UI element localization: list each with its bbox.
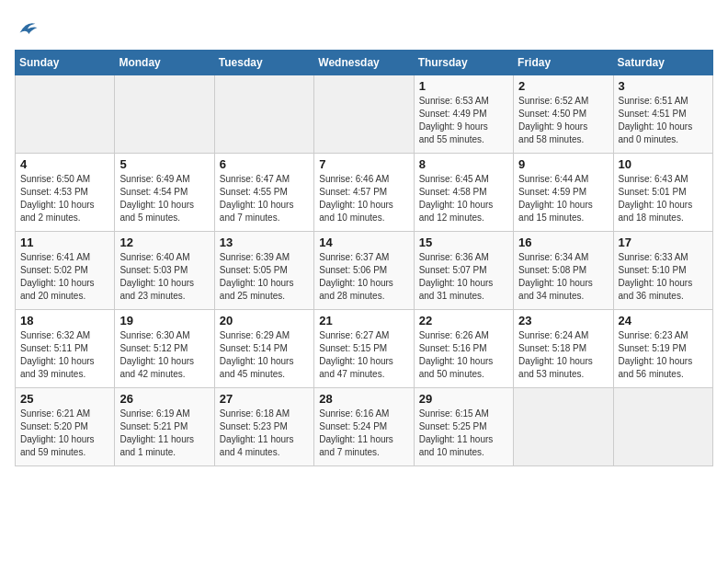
calendar-cell: 10Sunrise: 6:43 AM Sunset: 5:01 PM Dayli… (613, 154, 712, 232)
weekday-header-monday: Monday (115, 51, 214, 75)
day-number: 7 (319, 157, 408, 171)
day-number: 27 (220, 392, 309, 406)
day-number: 26 (119, 392, 209, 406)
day-info: Sunrise: 6:26 AM Sunset: 5:16 PM Dayligh… (419, 329, 508, 381)
calendar-cell: 28Sunrise: 6:16 AM Sunset: 5:24 PM Dayli… (314, 388, 414, 466)
calendar-cell: 20Sunrise: 6:29 AM Sunset: 5:14 PM Dayli… (214, 310, 313, 388)
day-number: 11 (20, 236, 109, 249)
week-row-4: 18Sunrise: 6:32 AM Sunset: 5:11 PM Dayli… (16, 310, 713, 388)
weekday-header-sunday: Sunday (16, 51, 115, 75)
day-number: 21 (319, 314, 408, 327)
week-row-1: 1Sunrise: 6:53 AM Sunset: 4:49 PM Daylig… (16, 75, 713, 154)
day-number: 12 (119, 236, 209, 249)
day-info: Sunrise: 6:44 AM Sunset: 4:59 PM Dayligh… (518, 173, 608, 224)
day-info: Sunrise: 6:39 AM Sunset: 5:05 PM Dayligh… (220, 251, 309, 303)
day-number: 17 (619, 236, 708, 249)
calendar-cell (514, 388, 613, 466)
calendar-cell: 13Sunrise: 6:39 AM Sunset: 5:05 PM Dayli… (214, 232, 313, 310)
day-number: 6 (220, 157, 309, 171)
calendar-cell: 11Sunrise: 6:41 AM Sunset: 5:02 PM Dayli… (16, 232, 115, 310)
calendar-cell (214, 75, 313, 154)
weekday-header-thursday: Thursday (414, 51, 513, 75)
calendar-cell: 12Sunrise: 6:40 AM Sunset: 5:03 PM Dayli… (115, 232, 214, 310)
calendar-cell: 25Sunrise: 6:21 AM Sunset: 5:20 PM Dayli… (16, 388, 115, 466)
weekday-header-tuesday: Tuesday (214, 51, 313, 75)
day-info: Sunrise: 6:23 AM Sunset: 5:19 PM Dayligh… (619, 329, 708, 381)
calendar-cell: 4Sunrise: 6:50 AM Sunset: 4:53 PM Daylig… (16, 154, 115, 232)
day-number: 10 (619, 157, 708, 171)
day-number: 29 (419, 392, 508, 406)
day-info: Sunrise: 6:50 AM Sunset: 4:53 PM Dayligh… (20, 173, 109, 224)
page-header (15, 15, 713, 40)
day-number: 15 (419, 236, 508, 249)
day-number: 19 (119, 314, 209, 327)
calendar-table: SundayMondayTuesdayWednesdayThursdayFrid… (15, 50, 713, 466)
calendar-cell: 5Sunrise: 6:49 AM Sunset: 4:54 PM Daylig… (115, 154, 214, 232)
day-number: 8 (419, 157, 508, 171)
day-number: 18 (20, 314, 109, 327)
day-info: Sunrise: 6:16 AM Sunset: 5:24 PM Dayligh… (319, 408, 408, 459)
day-info: Sunrise: 6:36 AM Sunset: 5:07 PM Dayligh… (419, 251, 508, 303)
week-row-3: 11Sunrise: 6:41 AM Sunset: 5:02 PM Dayli… (16, 232, 713, 310)
calendar-cell: 1Sunrise: 6:53 AM Sunset: 4:49 PM Daylig… (414, 75, 513, 154)
calendar-cell (613, 388, 712, 466)
day-info: Sunrise: 6:46 AM Sunset: 4:57 PM Dayligh… (319, 173, 408, 224)
day-info: Sunrise: 6:27 AM Sunset: 5:15 PM Dayligh… (319, 329, 408, 381)
weekday-header-saturday: Saturday (613, 51, 712, 75)
day-number: 25 (20, 392, 109, 406)
day-info: Sunrise: 6:32 AM Sunset: 5:11 PM Dayligh… (20, 329, 109, 381)
calendar-cell: 14Sunrise: 6:37 AM Sunset: 5:06 PM Dayli… (314, 232, 414, 310)
calendar-cell: 16Sunrise: 6:34 AM Sunset: 5:08 PM Dayli… (514, 232, 613, 310)
calendar-cell: 19Sunrise: 6:30 AM Sunset: 5:12 PM Dayli… (115, 310, 214, 388)
day-info: Sunrise: 6:24 AM Sunset: 5:18 PM Dayligh… (518, 329, 608, 381)
logo (15, 15, 44, 40)
day-info: Sunrise: 6:15 AM Sunset: 5:25 PM Dayligh… (419, 408, 508, 459)
day-info: Sunrise: 6:41 AM Sunset: 5:02 PM Dayligh… (20, 251, 109, 303)
calendar-cell: 26Sunrise: 6:19 AM Sunset: 5:21 PM Dayli… (115, 388, 214, 466)
calendar-cell: 22Sunrise: 6:26 AM Sunset: 5:16 PM Dayli… (414, 310, 513, 388)
day-info: Sunrise: 6:47 AM Sunset: 4:55 PM Dayligh… (220, 173, 309, 224)
day-info: Sunrise: 6:43 AM Sunset: 5:01 PM Dayligh… (619, 173, 708, 224)
day-info: Sunrise: 6:30 AM Sunset: 5:12 PM Dayligh… (119, 329, 209, 381)
day-info: Sunrise: 6:33 AM Sunset: 5:10 PM Dayligh… (619, 251, 708, 303)
day-number: 5 (119, 157, 209, 171)
day-info: Sunrise: 6:51 AM Sunset: 4:51 PM Dayligh… (619, 95, 708, 146)
calendar-cell: 15Sunrise: 6:36 AM Sunset: 5:07 PM Dayli… (414, 232, 513, 310)
day-info: Sunrise: 6:19 AM Sunset: 5:21 PM Dayligh… (119, 408, 209, 459)
day-info: Sunrise: 6:53 AM Sunset: 4:49 PM Dayligh… (419, 95, 508, 146)
calendar-cell: 18Sunrise: 6:32 AM Sunset: 5:11 PM Dayli… (16, 310, 115, 388)
calendar-cell: 2Sunrise: 6:52 AM Sunset: 4:50 PM Daylig… (514, 75, 613, 154)
calendar-cell: 21Sunrise: 6:27 AM Sunset: 5:15 PM Dayli… (314, 310, 414, 388)
day-info: Sunrise: 6:29 AM Sunset: 5:14 PM Dayligh… (220, 329, 309, 381)
calendar-cell: 29Sunrise: 6:15 AM Sunset: 5:25 PM Dayli… (414, 388, 513, 466)
day-number: 4 (20, 157, 109, 171)
day-info: Sunrise: 6:34 AM Sunset: 5:08 PM Dayligh… (518, 251, 608, 303)
calendar-cell: 3Sunrise: 6:51 AM Sunset: 4:51 PM Daylig… (613, 75, 712, 154)
day-info: Sunrise: 6:49 AM Sunset: 4:54 PM Dayligh… (119, 173, 209, 224)
day-info: Sunrise: 6:45 AM Sunset: 4:58 PM Dayligh… (419, 173, 508, 224)
calendar-cell: 24Sunrise: 6:23 AM Sunset: 5:19 PM Dayli… (613, 310, 712, 388)
day-number: 3 (619, 79, 708, 93)
calendar-cell (314, 75, 414, 154)
day-number: 9 (518, 157, 608, 171)
day-number: 22 (419, 314, 508, 327)
day-number: 20 (220, 314, 309, 327)
day-number: 1 (419, 79, 508, 93)
calendar-cell: 23Sunrise: 6:24 AM Sunset: 5:18 PM Dayli… (514, 310, 613, 388)
day-number: 28 (319, 392, 408, 406)
day-info: Sunrise: 6:40 AM Sunset: 5:03 PM Dayligh… (119, 251, 209, 303)
calendar-cell: 8Sunrise: 6:45 AM Sunset: 4:58 PM Daylig… (414, 154, 513, 232)
weekday-header-friday: Friday (514, 51, 613, 75)
day-info: Sunrise: 6:18 AM Sunset: 5:23 PM Dayligh… (220, 408, 309, 459)
day-number: 2 (518, 79, 608, 93)
day-info: Sunrise: 6:52 AM Sunset: 4:50 PM Dayligh… (518, 95, 608, 146)
day-number: 14 (319, 236, 408, 249)
week-row-2: 4Sunrise: 6:50 AM Sunset: 4:53 PM Daylig… (16, 154, 713, 232)
calendar-cell: 17Sunrise: 6:33 AM Sunset: 5:10 PM Dayli… (613, 232, 712, 310)
calendar-cell: 27Sunrise: 6:18 AM Sunset: 5:23 PM Dayli… (214, 388, 313, 466)
day-number: 23 (518, 314, 608, 327)
week-row-5: 25Sunrise: 6:21 AM Sunset: 5:20 PM Dayli… (16, 388, 713, 466)
weekday-header-wednesday: Wednesday (314, 51, 414, 75)
day-number: 13 (220, 236, 309, 249)
day-number: 16 (518, 236, 608, 249)
